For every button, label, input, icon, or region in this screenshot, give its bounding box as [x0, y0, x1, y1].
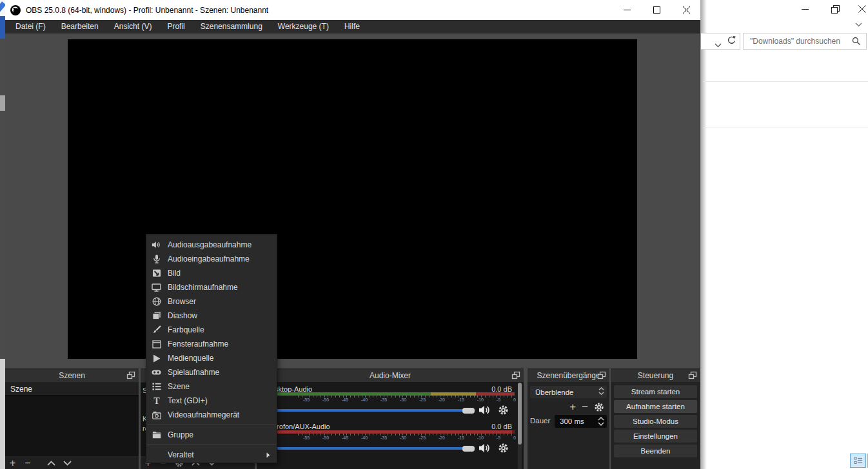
popout-icon: [597, 371, 606, 380]
tick: -10: [477, 436, 484, 440]
tick: -30: [400, 436, 406, 440]
scene-move-up-icon[interactable]: [43, 461, 59, 466]
paintbrush-icon: [152, 325, 161, 335]
menu-item-browser[interactable]: Browser: [146, 294, 277, 309]
mixer-scrollbar-thumb[interactable]: [518, 383, 522, 445]
speaker-mute-icon[interactable]: [478, 443, 491, 455]
scene-remove-icon[interactable]: −: [20, 459, 35, 468]
menu-item-media-source[interactable]: Medienquelle: [146, 351, 277, 365]
start-streaming-button[interactable]: Stream starten: [614, 385, 697, 398]
menu-item-scene[interactable]: Szene: [146, 379, 277, 394]
menu-item-text-gdi[interactable]: T Text (GDI+): [146, 394, 277, 408]
meter-tick-labels: -55-50-45-40-35-30-25-20-15-10-50: [303, 436, 516, 440]
tick: -55: [303, 436, 310, 440]
menu-item-window-capture[interactable]: Fensteraufnahme: [146, 337, 277, 351]
menu-item-group[interactable]: Gruppe: [146, 428, 277, 442]
volume-slider[interactable]: [257, 447, 464, 450]
menu-bearbeiten[interactable]: Bearbeiten: [54, 20, 106, 34]
address-dropdown-chevron-icon[interactable]: [715, 39, 722, 50]
menu-item-display-capture[interactable]: Bildschirmaufnahme: [146, 280, 277, 294]
menu-item-audio-output[interactable]: Audioausgabeaufnahme: [146, 238, 277, 252]
spinbox-arrows-icon[interactable]: [598, 417, 604, 426]
mixer-scrollbar[interactable]: [518, 383, 522, 469]
tick: -55: [303, 397, 310, 402]
tick: -5: [497, 436, 500, 440]
menu-item-audio-input[interactable]: Audioeingabeaufnahme: [146, 252, 277, 266]
meter-tick-labels: -55-50-45-40-35-30-25-20-15-10-50: [303, 397, 516, 402]
tick: 0: [513, 436, 516, 440]
volume-slider-handle[interactable]: [462, 408, 475, 414]
channel-settings-gear-icon[interactable]: [498, 405, 509, 418]
menu-item-image[interactable]: Bild: [146, 266, 277, 280]
menu-datei[interactable]: Datei (F): [8, 20, 54, 34]
remove-transition-icon[interactable]: −: [582, 402, 588, 412]
sliver-bottom: [0, 359, 5, 469]
menu-hilfe[interactable]: Hilfe: [337, 20, 368, 34]
search-icon[interactable]: [852, 37, 861, 46]
scene-list-item[interactable]: Szene: [5, 383, 139, 396]
camera-icon: [152, 410, 161, 420]
popout-icon: [126, 371, 135, 380]
tick: 0: [513, 397, 516, 402]
channel-settings-gear-icon[interactable]: [498, 443, 509, 456]
add-transition-icon[interactable]: +: [569, 402, 576, 412]
transition-properties-gear-icon[interactable]: [594, 402, 604, 412]
volume-slider[interactable]: [257, 409, 464, 412]
background-window-sliver: [0, 0, 5, 469]
slideshow-icon: [152, 311, 161, 321]
obs-window-title: OBS 25.0.8 (64-bit, windows) - Profil: U…: [26, 6, 268, 15]
sliver-gray: [0, 95, 5, 111]
explorer-window: [701, 0, 868, 469]
transition-select[interactable]: Überblende: [530, 386, 607, 398]
explorer-restore-button[interactable]: [825, 0, 845, 18]
refresh-icon[interactable]: [727, 35, 736, 48]
list-separator: [703, 128, 868, 128]
obs-maximize-button[interactable]: [646, 0, 667, 19]
search-placeholder: "Downloads" durchsuchen: [750, 37, 852, 46]
combo-arrows-icon[interactable]: [598, 387, 604, 395]
speaker-mute-icon[interactable]: [478, 405, 491, 417]
menu-item-game-capture[interactable]: Spielaufnahme: [146, 365, 277, 379]
explorer-minimize-button[interactable]: [795, 0, 814, 18]
media-play-icon: [152, 354, 161, 363]
duration-spinbox[interactable]: 300 ms: [555, 415, 607, 428]
volume-slider-handle[interactable]: [462, 446, 475, 452]
tick: -25: [419, 397, 426, 402]
details-view-button[interactable]: [850, 454, 866, 468]
scenes-dock-header: Szenen: [5, 369, 139, 382]
ribbon-collapse-chevron-icon[interactable]: [855, 18, 862, 30]
screen: OBS 25.0.8 (64-bit, windows) - Profil: U…: [0, 0, 868, 469]
add-source-context-menu: Audioausgabeaufnahme Audioeingabeaufnahm…: [146, 234, 277, 463]
obs-minimize-button[interactable]: [616, 0, 638, 19]
start-recording-button[interactable]: Aufnahme starten: [614, 400, 697, 413]
menu-szenensammlung[interactable]: Szenensammlung: [193, 20, 270, 34]
menu-ansicht[interactable]: Ansicht (V): [106, 20, 160, 34]
scene-add-icon[interactable]: +: [5, 459, 20, 468]
transitions-dock-title: Szenenübergänge: [537, 371, 600, 380]
mixer-channel-db: 0.0 dB: [491, 423, 512, 430]
obs-close-button[interactable]: [675, 0, 697, 19]
window-icon: [152, 340, 161, 349]
menu-item-color-source[interactable]: Farbquelle: [146, 323, 277, 337]
menu-item-slideshow[interactable]: Diashow: [146, 309, 277, 323]
tick: -40: [361, 436, 368, 440]
explorer-search-box[interactable]: "Downloads" durchsuchen: [743, 33, 867, 50]
obs-menubar: Datei (F) Bearbeiten Ansicht (V) Profil …: [5, 20, 700, 34]
tick: -15: [458, 397, 464, 402]
menu-profil[interactable]: Profil: [159, 20, 192, 34]
menu-item-deprecated[interactable]: Veraltet: [146, 448, 277, 462]
studio-mode-button[interactable]: Studio-Modus: [614, 415, 697, 428]
tick: -45: [342, 397, 348, 402]
tick: -35: [380, 436, 387, 440]
tick: -25: [419, 436, 426, 440]
svg-text:T: T: [153, 396, 160, 405]
explorer-close-button[interactable]: [856, 0, 868, 18]
menu-item-video-capture-device[interactable]: Videoaufnahmegerät: [146, 408, 277, 422]
scene-move-down-icon[interactable]: [59, 461, 75, 466]
tick: -15: [458, 436, 464, 440]
blank-icon: [152, 450, 161, 460]
globe-icon: [152, 297, 161, 307]
exit-button[interactable]: Beenden: [614, 445, 697, 457]
menu-werkzeuge[interactable]: Werkzeuge (T): [270, 20, 337, 34]
settings-button[interactable]: Einstellungen: [614, 430, 697, 443]
